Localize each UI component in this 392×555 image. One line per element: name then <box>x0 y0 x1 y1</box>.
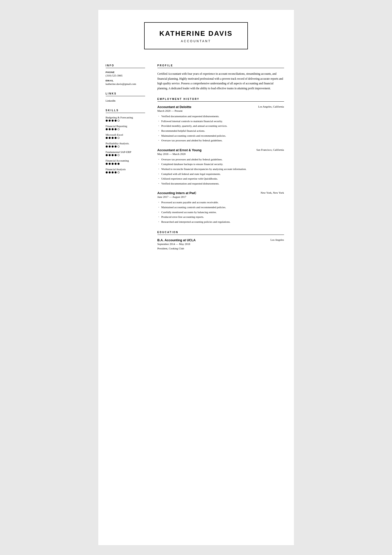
employment-title: EMPLOYMENT HISTORY <box>157 98 284 102</box>
bullet-item: Maintained accounting controls and recom… <box>157 134 284 138</box>
profile-title: PROFILE <box>157 64 284 68</box>
skills-section: SKILLS Budgeting & ForecastingFinancial … <box>106 109 145 173</box>
phone-label: PHONE <box>106 71 145 74</box>
job-header: Accountant at DeloitteLos Angeles, Calif… <box>157 105 284 109</box>
bullet-item: Oversaw tax processes and abided by fede… <box>157 157 284 162</box>
jobs-container: Accountant at DeloitteLos Angeles, Calif… <box>157 105 284 224</box>
edu-extra: President, Cooking Club <box>157 247 284 250</box>
sidebar: INFO PHONE (310) 525-3965 EMAIL katherin… <box>98 59 153 262</box>
job-entry: Accountant at Ernst & YoungSan Francisco… <box>157 148 284 186</box>
dot-empty <box>118 137 119 139</box>
education-title: EDUCATION <box>157 231 284 235</box>
edu-dates: September 2014 — May 2018 <box>157 242 284 245</box>
edu-title: B.A. Accounting at UCLA <box>157 238 196 242</box>
dot-filled <box>106 146 108 148</box>
dot-filled <box>115 146 117 148</box>
job-location: Los Angeles, California <box>258 105 284 108</box>
dot-filled <box>109 154 111 156</box>
dot-empty <box>118 146 119 148</box>
bullet-item: Verified documentation and requested dis… <box>157 182 284 186</box>
candidate-name: KATHERINE DAVIS <box>159 30 233 37</box>
bullet-item: Complied with all federal and state lega… <box>157 172 284 176</box>
job-title: Accounting Intern at PwC <box>157 191 196 195</box>
job-title: Accountant at Deloitte <box>157 105 191 109</box>
links-section: LINKS LinkedIn <box>106 92 145 102</box>
edu-location: Los Angeles <box>271 238 284 241</box>
dot-filled <box>109 146 111 148</box>
job-location: San Francisco, California <box>256 148 284 151</box>
resume-page: KATHERINE DAVIS ACCOUNTANT INFO PHONE (3… <box>98 10 294 545</box>
dot-filled <box>109 137 111 139</box>
profile-section: PROFILE Certified Accountant with four y… <box>157 64 284 91</box>
dot-filled <box>106 128 108 130</box>
skill-dots <box>106 120 145 122</box>
dot-filled <box>106 154 108 156</box>
skill-dots <box>106 154 145 156</box>
edu-header: B.A. Accounting at UCLALos Angeles <box>157 238 284 242</box>
job-location: New York, New York <box>261 191 284 194</box>
dot-filled <box>112 120 114 122</box>
job-title: Accountant at Ernst & Young <box>157 148 202 152</box>
job-header: Accounting Intern at PwCNew York, New Yo… <box>157 191 284 195</box>
skill-dots <box>106 137 145 139</box>
links-title: LINKS <box>106 92 145 96</box>
skill-dots <box>106 146 145 148</box>
dot-filled <box>112 146 114 148</box>
dot-empty <box>118 128 119 130</box>
bullet-item: Maintained accounting controls and recom… <box>157 205 284 210</box>
job-entry: Accounting Intern at PwCNew York, New Yo… <box>157 191 284 224</box>
email-label: EMAIL <box>106 79 145 82</box>
skill-dots <box>106 128 145 130</box>
main-content: PROFILE Certified Accountant with four y… <box>153 59 294 262</box>
job-dates: June 2017 — August 2017 <box>157 195 284 198</box>
bullet-item: Verified documentation and requested dis… <box>157 114 284 119</box>
dot-filled <box>115 120 117 122</box>
skill-name: Microsoft Excel <box>106 133 145 136</box>
skill-name: Financial Reporting <box>106 125 145 128</box>
dot-filled <box>112 128 114 130</box>
bullet-item: Completed database backups to ensure fin… <box>157 162 284 166</box>
skill-name: Fundamental SAP-ERP <box>106 150 145 153</box>
bullet-item: Produced error-free accounting reports. <box>157 215 284 219</box>
job-bullets: Processed accounts payable and accounts … <box>157 200 284 224</box>
dot-filled <box>106 137 108 139</box>
dot-filled <box>115 128 117 130</box>
header-section: KATHERINE DAVIS ACCOUNTANT <box>98 10 294 59</box>
bullet-item: Oversaw tax processes and abided by fede… <box>157 138 284 143</box>
dot-filled <box>109 120 111 122</box>
profile-text: Certified Accountant with four years of … <box>157 72 284 91</box>
header-box: KATHERINE DAVIS ACCOUNTANT <box>144 22 248 49</box>
dot-filled <box>115 154 117 156</box>
bullet-item: Utilized experience and expertise with Q… <box>157 177 284 181</box>
dot-empty <box>118 154 119 156</box>
candidate-title: ACCOUNTANT <box>159 39 233 43</box>
skill-name: Financial Accounting <box>106 159 145 162</box>
skill-name: Profitability Analysis. <box>106 142 145 145</box>
job-bullets: Oversaw tax processes and abided by fede… <box>157 157 284 186</box>
email-value: katherine.davis@gmail.com <box>106 82 145 85</box>
employment-section: EMPLOYMENT HISTORY Accountant at Deloitt… <box>157 98 284 224</box>
edu-entry: B.A. Accounting at UCLALos AngelesSeptem… <box>157 238 284 250</box>
bullet-item: Followed internal controls to maintain f… <box>157 119 284 124</box>
dot-filled <box>106 171 108 173</box>
dot-filled <box>109 171 111 173</box>
job-dates: May 2018 — March 2020 <box>157 152 284 155</box>
dot-empty <box>118 120 119 122</box>
job-dates: March 2020 — Present <box>157 109 284 112</box>
job-entry: Accountant at DeloitteLos Angeles, Calif… <box>157 105 284 143</box>
skill-name: Budgeting & Forecasting <box>106 116 145 119</box>
skill-dots <box>106 171 145 173</box>
dot-filled <box>115 171 117 173</box>
skill-name: Financial Analysis <box>106 168 145 171</box>
bullet-item: Carefully monitored accounts by balancin… <box>157 210 284 215</box>
dot-filled <box>115 137 117 139</box>
dot-filled <box>118 163 119 165</box>
bullet-item: Recommended helpful financial actions. <box>157 129 284 133</box>
bullet-item: Provided monthly, quarterly, and annual … <box>157 124 284 128</box>
bullet-item: Worked to reconcile financial discrepanc… <box>157 167 284 171</box>
linkedin-link[interactable]: LinkedIn <box>106 99 145 102</box>
education-section: EDUCATION B.A. Accounting at UCLALos Ang… <box>157 231 284 250</box>
skill-dots <box>106 163 145 165</box>
body-layout: INFO PHONE (310) 525-3965 EMAIL katherin… <box>98 59 294 272</box>
bullet-item: Researched and interpreted accounting po… <box>157 220 284 224</box>
